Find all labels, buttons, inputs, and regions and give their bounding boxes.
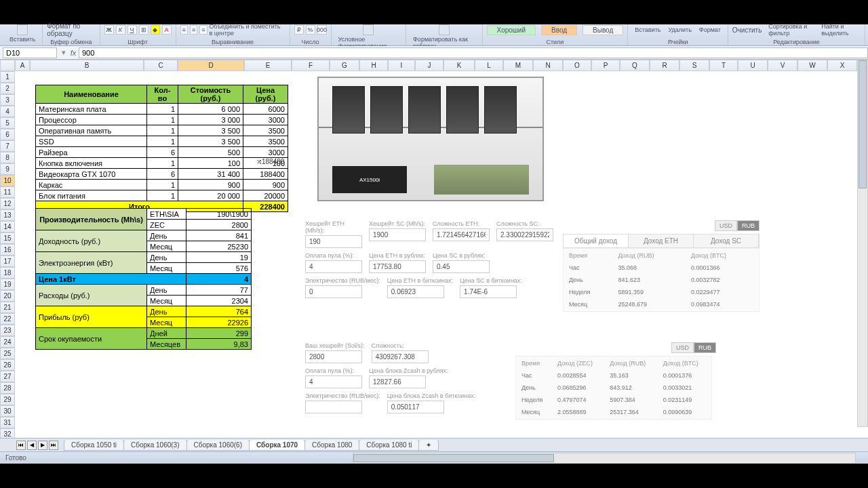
col-header-H[interactable]: H (359, 60, 388, 71)
row-header-31[interactable]: 31 (0, 417, 15, 428)
col-header-R[interactable]: R (650, 60, 679, 71)
row-header-8[interactable]: 8 (0, 152, 15, 163)
col-header-S[interactable]: S (679, 60, 709, 71)
row-header-15[interactable]: 15 (0, 232, 15, 244)
sheet-tabs-bar: ⏮ ◀ ▶ ⏭ Сборка 1050 tiСборка 1060(3)Сбор… (0, 438, 868, 451)
row-header-25[interactable]: 25 (0, 348, 15, 359)
row-header-20[interactable]: 20 (0, 290, 15, 302)
row-header-4[interactable]: 4 (0, 106, 15, 117)
tab-nav-first[interactable]: ⏮ (16, 441, 26, 450)
row-header-5[interactable]: 5 (0, 117, 15, 129)
row-header-14[interactable]: 14 (0, 221, 15, 232)
percent-button[interactable]: % (306, 25, 315, 35)
align-right[interactable]: ≡ (199, 25, 207, 35)
col-header-A[interactable]: A (15, 60, 30, 71)
formula-input[interactable] (79, 47, 868, 58)
underline-button[interactable]: Ч (127, 25, 137, 35)
col-header-B[interactable]: B (30, 60, 144, 71)
col-header-P[interactable]: P (591, 60, 620, 71)
col-header-L[interactable]: L (475, 60, 503, 71)
tab-nav-prev[interactable]: ◀ (27, 441, 37, 450)
col-header-O[interactable]: O (563, 60, 591, 71)
name-box[interactable] (3, 47, 57, 58)
align-center[interactable]: ≡ (190, 25, 197, 35)
fill-color-button[interactable]: ◆ (151, 25, 160, 35)
zec-calculator: Ваш хешрейт (Sol/s):Сложность: Оплата пу… (305, 342, 716, 420)
col-header-T[interactable]: T (709, 60, 738, 71)
comma-button[interactable]: 000 (317, 25, 327, 35)
style-good[interactable]: Хороший (487, 25, 536, 35)
style-input[interactable]: Ввод (541, 25, 577, 35)
align-left[interactable]: ≡ (180, 25, 188, 35)
sheet-tab[interactable]: Сборка 1050 ti (64, 440, 124, 451)
col-header-M[interactable]: M (503, 60, 533, 71)
style-output[interactable]: Вывод (583, 25, 623, 35)
find-select[interactable]: Найти и выделить (818, 23, 861, 37)
row-header-21[interactable]: 21 (0, 302, 15, 313)
row-header-30[interactable]: 30 (0, 405, 15, 417)
row-header-6[interactable]: 6 (0, 129, 15, 140)
col-header-C[interactable]: C (144, 60, 178, 71)
sheet-tab[interactable]: Сборка 1070 (249, 440, 305, 451)
row-header-28[interactable]: 28 (0, 382, 15, 394)
col-header-W[interactable]: W (797, 60, 827, 71)
horizontal-scrollbar[interactable] (353, 453, 856, 464)
row-header-11[interactable]: 11 (0, 186, 15, 198)
row-header-32[interactable]: 32 (0, 428, 15, 438)
row-header-24[interactable]: 24 (0, 336, 15, 348)
row-header-23[interactable]: 23 (0, 325, 15, 336)
sheet-tab[interactable]: Сборка 1060(6) (186, 440, 250, 451)
insert-cells[interactable]: Вставить (632, 26, 663, 33)
sort-filter[interactable]: Сортировка и фильтр (766, 23, 814, 37)
col-header-Q[interactable]: Q (620, 60, 650, 71)
merge-button[interactable]: Объединить и поместить в центре (210, 23, 285, 37)
sheet-tab[interactable]: Сборка 1060(3) (123, 440, 186, 451)
row-header-1[interactable]: 1 (0, 71, 15, 83)
col-header-N[interactable]: N (533, 60, 563, 71)
col-header-V[interactable]: V (768, 60, 797, 71)
vertical-scrollbar[interactable] (857, 60, 868, 427)
italic-button[interactable]: К (116, 25, 125, 35)
ribbon: Вставить Формат по образцу Буфер обмена … (0, 24, 868, 46)
row-header-17[interactable]: 17 (0, 256, 15, 267)
row-header-7[interactable]: 7 (0, 140, 15, 152)
sheet-tab[interactable]: Сборка 1080 ti (359, 440, 419, 451)
row-header-18[interactable]: 18 (0, 267, 15, 279)
worksheet-grid[interactable]: ABCDEFGHIJKLMNOPQRSTUVWX 123456789101112… (0, 60, 868, 438)
row-header-13[interactable]: 13 (0, 209, 15, 221)
mining-rig-image: AX1500i (312, 71, 549, 207)
format-painter[interactable]: Формат по образцу (47, 22, 95, 37)
row-header-29[interactable]: 29 (0, 394, 15, 405)
tab-nav-next[interactable]: ▶ (38, 441, 47, 450)
delete-cells[interactable]: Удалить (665, 26, 694, 33)
col-header-X[interactable]: X (827, 60, 857, 71)
col-header-K[interactable]: K (443, 60, 475, 71)
col-header-U[interactable]: U (738, 60, 768, 71)
col-header-E[interactable]: E (244, 60, 292, 71)
currency-button[interactable]: ₽ (294, 25, 304, 35)
row-header-9[interactable]: 9 (0, 163, 15, 175)
row-header-16[interactable]: 16 (0, 244, 15, 256)
clear-button[interactable]: Очистить (732, 26, 762, 34)
col-header-G[interactable]: G (330, 60, 359, 71)
col-header-I[interactable]: I (388, 60, 415, 71)
col-header-F[interactable]: F (292, 60, 330, 71)
row-header-22[interactable]: 22 (0, 313, 15, 325)
paste-button[interactable]: Вставить (7, 24, 38, 43)
row-header-26[interactable]: 26 (0, 359, 15, 371)
fx-icon[interactable]: fx (68, 49, 79, 57)
row-header-12[interactable]: 12 (0, 198, 15, 209)
row-header-10[interactable]: 10 (0, 175, 15, 186)
tab-nav-last[interactable]: ⏭ (49, 441, 58, 450)
sheet-tab[interactable]: Сборка 1080 (304, 440, 359, 451)
row-header-27[interactable]: 27 (0, 371, 15, 382)
col-header-J[interactable]: J (415, 60, 443, 71)
format-cells[interactable]: Формат (696, 26, 724, 33)
col-header-D[interactable]: D (178, 60, 244, 71)
font-color-button[interactable]: A (162, 25, 172, 35)
border-button[interactable]: ⊞ (139, 25, 149, 35)
row-header-2[interactable]: 2 (0, 83, 15, 94)
bold-button[interactable]: Ж (104, 25, 114, 35)
row-header-19[interactable]: 19 (0, 279, 15, 290)
row-header-3[interactable]: 3 (0, 94, 15, 106)
